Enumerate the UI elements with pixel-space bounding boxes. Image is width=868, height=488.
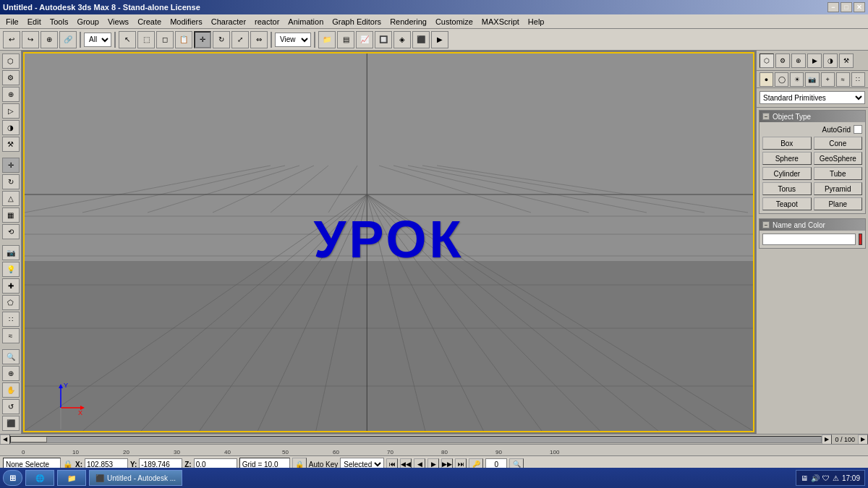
lasso-select-button[interactable]: ◻	[156, 31, 174, 48]
utilities-tool[interactable]: ⚒	[2, 137, 20, 152]
move-tool[interactable]: ✛	[194, 31, 211, 48]
geosphere-button[interactable]: GeoSphere	[814, 152, 863, 165]
render-left-tool[interactable]: ⬛	[2, 416, 20, 431]
place-tool[interactable]: ▦	[2, 207, 20, 223]
taskbar-3dsmax[interactable]: ⬛ Untitled - Autodesk ...	[89, 470, 182, 486]
object-type-collapse[interactable]: −	[762, 113, 770, 120]
named-sel-button[interactable]: 📁	[318, 31, 336, 48]
name-color-collapse[interactable]: −	[762, 221, 770, 228]
scale-left-tool[interactable]: △	[2, 191, 20, 206]
motion-panel-tab[interactable]: ▶	[807, 53, 822, 68]
create-tool[interactable]: ⬡	[2, 53, 20, 69]
scroll-handle[interactable]	[11, 437, 47, 442]
mirror-tool[interactable]: ⇔	[250, 31, 268, 48]
hierarchy-tool[interactable]: ⊕	[2, 87, 20, 102]
box-button[interactable]: Box	[762, 137, 812, 150]
arc-rotate-tool[interactable]: ⟲	[2, 224, 20, 239]
menu-modifiers[interactable]: Modifiers	[166, 16, 207, 27]
select-move-tool[interactable]: ✛	[2, 158, 20, 173]
menu-help[interactable]: Help	[524, 16, 549, 27]
color-swatch[interactable]	[859, 234, 862, 245]
schematic-view-button[interactable]: 🔲	[375, 31, 392, 48]
material-editor-button[interactable]: ◈	[393, 31, 411, 48]
menu-reactor[interactable]: reactor	[250, 16, 284, 27]
undo-button[interactable]: ↩	[3, 31, 20, 48]
modify-panel-tab[interactable]: ⚙	[775, 53, 790, 68]
scale-tool[interactable]: ⤢	[231, 31, 249, 48]
torus-button[interactable]: Torus	[762, 182, 812, 195]
camera-tool[interactable]: 📷	[2, 245, 20, 260]
select-tool[interactable]: ↖	[119, 31, 136, 48]
sphere-button[interactable]: Sphere	[762, 152, 812, 165]
geometry-tab[interactable]: ●	[760, 72, 773, 87]
systems-tab[interactable]: ∷	[851, 72, 865, 87]
pan-tool[interactable]: ✋	[2, 382, 20, 398]
cone-button[interactable]: Cone	[814, 137, 863, 150]
menu-edit[interactable]: Edit	[23, 16, 46, 27]
zoom-tool[interactable]: 🔍	[2, 349, 20, 364]
select-by-name-button[interactable]: 📋	[175, 31, 192, 48]
render-button[interactable]: ⬛	[412, 31, 430, 48]
viewport[interactable]: Perspective	[23, 52, 754, 432]
primitives-dropdown[interactable]: Standard Primitives	[760, 91, 865, 104]
close-button[interactable]: ✕	[854, 2, 865, 12]
menu-views[interactable]: Views	[103, 16, 133, 27]
menu-character[interactable]: Character	[207, 16, 250, 27]
pyramid-button[interactable]: Pyramid	[814, 182, 863, 195]
menu-customize[interactable]: Customize	[431, 16, 477, 27]
display-panel-tab[interactable]: ◑	[823, 53, 838, 68]
redo-button[interactable]: ↪	[22, 31, 39, 48]
layer-manager-button[interactable]: ▤	[337, 31, 354, 48]
select-region-button[interactable]: ⬚	[137, 31, 155, 48]
shapes-tab[interactable]: ◯	[775, 72, 788, 87]
spacewarps-tool[interactable]: ≈	[2, 328, 20, 343]
light-tool[interactable]: 💡	[2, 262, 20, 277]
lights-tab[interactable]: ☀	[790, 72, 804, 87]
taskbar-media[interactable]: 📁	[57, 470, 86, 486]
plane-button[interactable]: Plane	[814, 197, 863, 210]
rotate-left-tool[interactable]: ↻	[2, 174, 20, 189]
view-dropdown[interactable]: View	[275, 33, 311, 47]
select-object-button[interactable]: ⊕	[41, 31, 58, 48]
tube-button[interactable]: Tube	[814, 167, 863, 180]
utilities-panel-tab[interactable]: ⚒	[839, 53, 854, 68]
particles-tool[interactable]: ∷	[2, 312, 20, 327]
hierarchy-panel-tab[interactable]: ⊕	[791, 53, 806, 68]
modify-tool[interactable]: ⚙	[2, 70, 20, 85]
menu-animation[interactable]: Animation	[284, 16, 328, 27]
arc-left-tool[interactable]: ↺	[2, 399, 20, 414]
spacewarps-tab[interactable]: ≈	[836, 72, 850, 87]
menu-file[interactable]: File	[1, 16, 23, 27]
create-panel-tab[interactable]: ⬡	[760, 53, 774, 68]
teapot-button[interactable]: Teapot	[762, 197, 812, 210]
start-button[interactable]: ⊞	[3, 470, 22, 486]
minimize-button[interactable]: −	[827, 2, 839, 12]
link-button[interactable]: 🔗	[59, 31, 77, 48]
cylinder-button[interactable]: Cylinder	[762, 167, 812, 180]
menu-create[interactable]: Create	[133, 16, 166, 27]
scroll-right-button[interactable]: ▶	[822, 435, 832, 445]
scroll-track[interactable]	[10, 436, 822, 443]
scroll-left-button[interactable]: ◀	[0, 435, 10, 445]
timeline-right-button[interactable]: ▶	[858, 435, 868, 445]
display-tool[interactable]: ◑	[2, 120, 20, 135]
helpers-tab[interactable]: +	[821, 72, 835, 87]
curve-editor-button[interactable]: 📈	[356, 31, 373, 48]
rotate-tool[interactable]: ↻	[213, 31, 230, 48]
zoom-all-tool[interactable]: ⊕	[2, 366, 20, 381]
viewport-container[interactable]: Perspective	[22, 51, 756, 434]
menu-group[interactable]: Group	[72, 16, 103, 27]
shapes-tool[interactable]: ⬠	[2, 295, 20, 310]
autogrid-checkbox[interactable]	[854, 125, 862, 134]
maximize-button[interactable]: □	[841, 2, 852, 12]
menu-maxscript[interactable]: MAXScript	[477, 16, 524, 27]
cameras-tab[interactable]: 📷	[805, 72, 819, 87]
menu-graph-editors[interactable]: Graph Editors	[328, 16, 386, 27]
motion-tool[interactable]: ▷	[2, 103, 20, 119]
quick-render-button[interactable]: ▶	[431, 31, 448, 48]
select-filter-dropdown[interactable]: All	[84, 33, 111, 47]
menu-tools[interactable]: Tools	[46, 16, 73, 27]
taskbar-ie[interactable]: 🌐	[25, 470, 54, 486]
menu-rendering[interactable]: Rendering	[386, 16, 431, 27]
helpers-tool[interactable]: ✚	[2, 278, 20, 294]
